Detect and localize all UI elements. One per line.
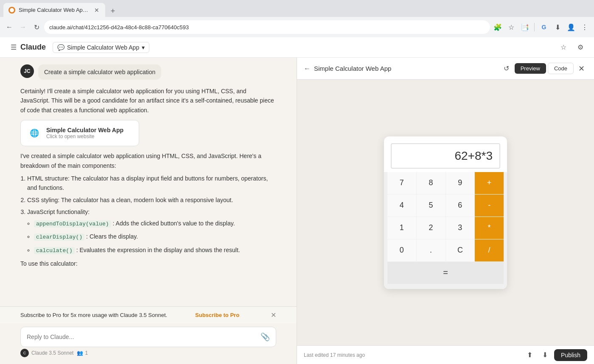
calc-btn-6[interactable]: 6 <box>446 195 475 217</box>
code-item-2: clearDisplay() : Clears the display. <box>34 232 276 242</box>
user-message: JC Create a simple calculator web applic… <box>20 64 276 80</box>
artifact-footer: Last edited 17 minutes ago ⬆ ⬇ Publish <box>297 345 594 364</box>
attach-icon[interactable]: 📎 <box>261 332 270 342</box>
model-avatar: C <box>20 349 29 357</box>
list-item-2: CSS styling: The calculator has a clean,… <box>27 195 276 205</box>
bullet-list: appendToDisplay(value) : Adds the clicke… <box>34 219 276 256</box>
context-count: 1 <box>85 350 88 356</box>
calc-btn-3[interactable]: 3 <box>446 217 475 239</box>
sidebar-toggle[interactable]: ☰ <box>7 41 20 54</box>
chat-input[interactable] <box>27 333 261 340</box>
assistant-intro-text: Certainly! I'll create a simple calculat… <box>20 86 276 115</box>
new-tab-button[interactable]: + <box>107 5 119 17</box>
artifact-header-actions: ↺ Preview Code ✕ <box>500 62 587 75</box>
model-name: Claude 3.5 Sonnet <box>31 350 73 356</box>
calc-btn-multiply[interactable]: * <box>475 217 504 239</box>
artifact-card[interactable]: 🌐 Simple Calculator Web App Click to ope… <box>20 120 139 146</box>
extensions-icon[interactable]: 🧩 <box>492 21 504 33</box>
back-button[interactable]: ← <box>3 21 15 33</box>
google-icon[interactable]: G <box>538 21 550 33</box>
calc-btn-clear[interactable]: C <box>446 239 475 261</box>
user-avatar: JC <box>20 64 34 78</box>
list-item-3: JavaScript functionality: appendToDispla… <box>27 207 276 256</box>
sub-banner-text: Subscribe to Pro for 5x more usage with … <box>20 312 167 318</box>
code-item-1: appendToDisplay(value) : Adds the clicke… <box>34 219 276 229</box>
chat-input-area: 📎 C Claude 3.5 Sonnet 👥 1 <box>0 323 297 364</box>
claude-logo: Claude <box>20 43 46 52</box>
context-badge: 👥 1 <box>77 350 88 356</box>
settings-header-icon[interactable]: ⚙ <box>574 41 587 54</box>
calc-btn-4[interactable]: 4 <box>387 195 416 217</box>
list-item-1: HTML structure: The calculator has a dis… <box>27 174 276 193</box>
code-item-3: calculate() : Evaluates the expression i… <box>34 245 276 256</box>
code-calculate: calculate() <box>34 247 75 254</box>
calc-btn-7[interactable]: 7 <box>387 172 416 194</box>
chat-panel: JC Create a simple calculator web applic… <box>0 58 297 364</box>
calculator-grid: 7 8 9 + 4 5 6 - 1 2 3 * 0 . <box>384 172 507 289</box>
calc-btn-equals[interactable]: = <box>387 262 504 284</box>
last-edited-text: Last edited 17 minutes ago <box>304 352 524 358</box>
project-name: Simple Calculator Web App <box>67 44 139 51</box>
artifact-card-info: Simple Calculator Web App Click to open … <box>46 127 133 139</box>
export-icon[interactable]: ⬇ <box>539 349 551 361</box>
numbered-list: HTML structure: The calculator has a dis… <box>27 174 276 256</box>
bookmark-header-icon[interactable]: ☆ <box>557 41 570 54</box>
code-clearDisplay: clearDisplay() <box>34 233 84 241</box>
tab-title: Simple Calculator Web App - C... <box>19 7 90 13</box>
menu-icon[interactable]: ⋮ <box>579 21 591 33</box>
globe-icon: 🌐 <box>27 125 42 141</box>
main-layout: JC Create a simple calculator web applic… <box>0 58 594 364</box>
calculator-display[interactable]: 62+8*3 <box>391 143 500 169</box>
artifact-card-subtitle: Click to open website <box>46 133 133 139</box>
artifact-content: 62+8*3 7 8 9 + 4 5 6 - 1 2 3 <box>297 80 594 345</box>
assistant-message: Certainly! I'll create a simple calculat… <box>20 86 276 268</box>
active-tab[interactable]: Simple Calculator Web App - C... ✕ <box>3 3 105 17</box>
chat-input-box: 📎 <box>20 327 276 347</box>
close-artifact-icon[interactable]: ✕ <box>575 63 587 75</box>
bookmark-icon[interactable]: 📑 <box>519 21 531 33</box>
browser-chrome: Simple Calculator Web App - C... ✕ + ← →… <box>0 0 594 37</box>
code-tab-button[interactable]: Code <box>548 63 574 74</box>
people-icon: 👥 <box>77 350 83 356</box>
artifact-card-title: Simple Calculator Web App <box>46 127 133 133</box>
address-text: claude.ai/chat/412c1256-d42a-48c4-8c88-c… <box>49 24 485 31</box>
artifact-header: ← Simple Calculator Web App ↺ Preview Co… <box>297 58 594 80</box>
reload-button[interactable]: ↻ <box>31 21 42 33</box>
calculator: 62+8*3 7 8 9 + 4 5 6 - 1 2 3 <box>384 136 507 289</box>
chat-footer: C Claude 3.5 Sonnet 👥 1 <box>20 347 276 359</box>
calc-btn-1[interactable]: 1 <box>387 217 416 239</box>
follow-up-text: I've created a simple calculator web app… <box>20 151 276 170</box>
browser-controls: ← → ↻ claude.ai/chat/412c1256-d42a-48c4-… <box>0 17 594 37</box>
preview-tab-button[interactable]: Preview <box>515 63 546 74</box>
artifact-back-icon[interactable]: ← <box>304 65 311 72</box>
artifact-header-title: Simple Calculator Web App <box>314 65 497 72</box>
project-selector[interactable]: 💬 Simple Calculator Web App ▾ <box>53 42 149 53</box>
forward-button[interactable]: → <box>17 21 29 33</box>
calc-btn-2[interactable]: 2 <box>417 217 446 239</box>
star-icon[interactable]: ☆ <box>505 21 517 33</box>
banner-close-icon[interactable]: ✕ <box>271 311 276 319</box>
share-icon[interactable]: ⬆ <box>524 349 535 361</box>
refresh-artifact-button[interactable]: ↺ <box>500 62 513 75</box>
chat-icon: 💬 <box>57 44 64 51</box>
calc-btn-divide[interactable]: / <box>475 239 504 261</box>
sub-banner: Subscribe to Pro for 5x more usage with … <box>0 306 297 323</box>
calc-btn-8[interactable]: 8 <box>417 172 446 194</box>
downloads-icon[interactable]: ⬇ <box>552 21 563 33</box>
calc-btn-minus[interactable]: - <box>475 195 504 217</box>
profile-icon[interactable]: 👤 <box>565 21 577 33</box>
app-header: ☰ Claude 💬 Simple Calculator Web App ▾ ☆… <box>0 37 594 58</box>
publish-button[interactable]: Publish <box>554 349 587 361</box>
calc-btn-5[interactable]: 5 <box>417 195 446 217</box>
calc-btn-plus[interactable]: + <box>475 172 504 194</box>
calc-btn-9[interactable]: 9 <box>446 172 475 194</box>
footer-actions: ⬆ ⬇ Publish <box>524 349 587 361</box>
calc-btn-0[interactable]: 0 <box>387 239 416 261</box>
calc-btn-dot[interactable]: . <box>417 239 446 261</box>
subscribe-to-pro-button[interactable]: Subscribe to Pro <box>195 312 239 318</box>
tab-close-icon[interactable]: ✕ <box>93 6 100 14</box>
address-bar[interactable]: claude.ai/chat/412c1256-d42a-48c4-8c88-c… <box>44 20 490 34</box>
to-use-text: To use this calculator: <box>20 259 276 268</box>
user-message-bubble: Create a simple calculator web applicati… <box>38 64 161 80</box>
code-appendToDisplay: appendToDisplay(value) <box>34 220 111 228</box>
